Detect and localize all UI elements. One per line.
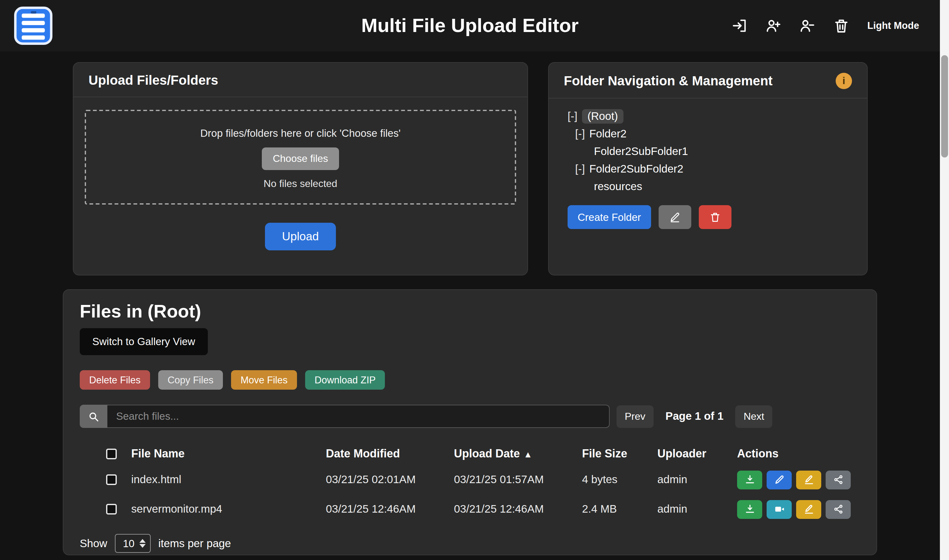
file-table-header-row: File Name Date Modified Upload Date▲ Fil… bbox=[80, 443, 860, 465]
upload-date-cell: 03/21/25 12:46AM bbox=[454, 503, 582, 516]
delete-account-trash-icon[interactable] bbox=[833, 18, 850, 34]
tree-collapse-marker[interactable]: [-] bbox=[575, 127, 585, 140]
folder-actions: Create Folder bbox=[549, 195, 867, 229]
search-row: Prev Page 1 of 1 Next bbox=[80, 405, 860, 428]
app-header: Multi File Upload Editor Light Mode bbox=[0, 0, 940, 51]
tree-item-resources[interactable]: resources bbox=[568, 178, 852, 195]
row-checkbox[interactable] bbox=[106, 504, 117, 514]
rename-file-button[interactable] bbox=[796, 500, 821, 518]
bulk-actions-row: Delete Files Copy Files Move Files Downl… bbox=[80, 370, 860, 390]
upload-panel-title: Upload Files/Folders bbox=[89, 73, 218, 88]
add-user-icon[interactable] bbox=[766, 18, 782, 34]
delete-folder-button[interactable] bbox=[699, 205, 732, 229]
search-button[interactable] bbox=[80, 405, 107, 428]
date-modified-cell: 03/21/25 02:01AM bbox=[326, 473, 454, 486]
prev-page-button[interactable]: Prev bbox=[616, 405, 653, 428]
row-actions bbox=[737, 500, 860, 518]
tree-item-folder2subfolder1[interactable]: Folder2SubFolder1 bbox=[568, 142, 852, 160]
share-file-button[interactable] bbox=[826, 500, 851, 518]
download-zip-button[interactable]: Download ZIP bbox=[305, 370, 385, 390]
delete-files-button[interactable]: Delete Files bbox=[80, 370, 150, 390]
share-file-button[interactable] bbox=[826, 470, 851, 489]
file-size-cell: 4 bytes bbox=[582, 473, 657, 486]
pencil-icon bbox=[669, 211, 681, 223]
tree-item-label: Folder2SubFolder2 bbox=[589, 162, 683, 175]
items-per-page-select[interactable]: 10 bbox=[115, 534, 151, 553]
column-header-actions: Actions bbox=[737, 448, 860, 460]
video-camera-icon bbox=[774, 504, 784, 514]
uploader-cell: admin bbox=[657, 503, 737, 516]
date-modified-cell: 03/21/25 12:46AM bbox=[326, 503, 454, 516]
next-page-button[interactable]: Next bbox=[735, 405, 773, 428]
download-file-button[interactable] bbox=[737, 500, 762, 518]
app-logo-server-icon bbox=[14, 6, 53, 45]
items-per-page-label: items per page bbox=[158, 537, 231, 550]
share-icon bbox=[833, 474, 844, 485]
file-name-cell: servermonitor.mp4 bbox=[131, 503, 326, 516]
pencil-line-icon bbox=[803, 474, 814, 485]
copy-files-button[interactable]: Copy Files bbox=[158, 370, 223, 390]
row-checkbox[interactable] bbox=[106, 474, 117, 485]
upload-date-cell: 03/21/25 01:57AM bbox=[454, 473, 582, 486]
edit-file-button[interactable] bbox=[767, 470, 792, 489]
spinner-down-icon[interactable] bbox=[139, 544, 146, 548]
scrollbar[interactable] bbox=[940, 0, 949, 560]
video-preview-button[interactable] bbox=[767, 500, 792, 518]
column-header-file-size: File Size bbox=[582, 448, 657, 460]
share-icon bbox=[833, 504, 844, 514]
logout-icon[interactable] bbox=[732, 18, 748, 34]
no-files-selected-text: No files selected bbox=[86, 178, 515, 189]
files-panel: Files in (Root) Switch to Gallery View D… bbox=[63, 289, 877, 555]
folder-panel: Folder Navigation & Management i [-] (Ro… bbox=[548, 62, 868, 275]
tree-item-label: Folder2SubFolder1 bbox=[594, 145, 688, 158]
header-actions: Light Mode bbox=[732, 18, 919, 34]
tree-item-label: (Root) bbox=[582, 109, 624, 123]
pencil-icon bbox=[774, 474, 784, 485]
upload-button-row: Upload bbox=[74, 223, 527, 250]
tree-item-folder2subfolder2[interactable]: [-] Folder2SubFolder2 bbox=[568, 160, 852, 178]
spinner-up-icon[interactable] bbox=[139, 539, 146, 543]
light-mode-toggle[interactable]: Light Mode bbox=[867, 20, 919, 31]
files-panel-title: Files in (Root) bbox=[80, 301, 860, 322]
column-header-date-modified: Date Modified bbox=[326, 448, 454, 460]
tree-item-folder2[interactable]: [-] Folder2 bbox=[568, 125, 852, 142]
switch-to-gallery-view-button[interactable]: Switch to Gallery View bbox=[80, 328, 208, 355]
column-header-uploader: Uploader bbox=[657, 448, 737, 460]
upload-button[interactable]: Upload bbox=[265, 223, 336, 250]
select-all-checkbox[interactable] bbox=[106, 449, 117, 459]
table-row: servermonitor.mp4 03/21/25 12:46AM 03/21… bbox=[80, 494, 860, 524]
upload-panel: Upload Files/Folders Drop files/folders … bbox=[73, 62, 528, 275]
download-icon bbox=[744, 474, 755, 485]
row-actions bbox=[737, 470, 860, 489]
file-size-cell: 2.4 MB bbox=[582, 503, 657, 516]
choose-files-button[interactable]: Choose files bbox=[262, 148, 339, 170]
folder-tree: [-] (Root) [-] Folder2 Folder2SubFolder1… bbox=[549, 98, 867, 195]
scrollbar-thumb[interactable] bbox=[941, 55, 948, 157]
pagination: Prev Page 1 of 1 Next bbox=[616, 405, 772, 428]
rename-file-button[interactable] bbox=[796, 470, 821, 489]
dropzone-instructions: Drop files/folders here or click 'Choose… bbox=[86, 128, 515, 139]
tree-collapse-marker[interactable]: [-] bbox=[568, 109, 577, 123]
tree-collapse-marker[interactable]: [-] bbox=[575, 162, 585, 175]
folder-panel-title: Folder Navigation & Management bbox=[564, 74, 773, 88]
file-table: File Name Date Modified Upload Date▲ Fil… bbox=[80, 443, 860, 524]
tree-item-root[interactable]: [-] (Root) bbox=[568, 107, 852, 125]
items-per-page-value: 10 bbox=[123, 537, 135, 549]
remove-user-icon[interactable] bbox=[800, 18, 816, 34]
tree-item-label: resources bbox=[594, 180, 642, 193]
uploader-cell: admin bbox=[657, 473, 737, 486]
move-files-button[interactable]: Move Files bbox=[231, 370, 297, 390]
info-icon[interactable]: i bbox=[836, 73, 852, 89]
search-files-input[interactable] bbox=[107, 405, 610, 428]
column-header-file-name: File Name bbox=[131, 448, 326, 460]
rename-folder-button[interactable] bbox=[659, 205, 691, 229]
create-folder-button[interactable]: Create Folder bbox=[568, 205, 651, 229]
column-header-upload-date[interactable]: Upload Date▲ bbox=[454, 448, 582, 460]
upload-panel-header: Upload Files/Folders bbox=[74, 63, 527, 97]
file-dropzone[interactable]: Drop files/folders here or click 'Choose… bbox=[85, 110, 516, 205]
page-title: Multi File Upload Editor bbox=[361, 14, 579, 37]
file-name-cell: index.html bbox=[131, 473, 326, 486]
download-file-button[interactable] bbox=[737, 470, 762, 489]
per-page-row: Show 10 items per page bbox=[80, 534, 860, 553]
pencil-line-icon bbox=[803, 504, 814, 514]
